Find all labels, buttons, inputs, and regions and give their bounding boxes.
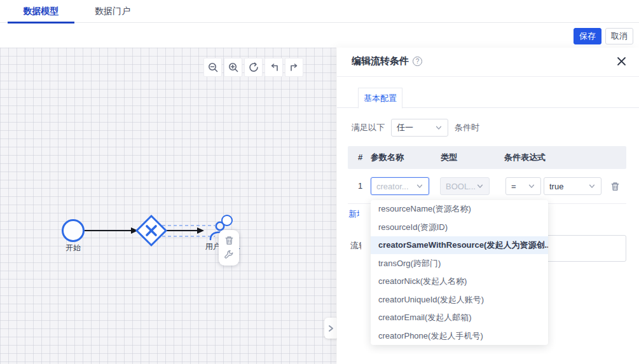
row-index: 1 (358, 169, 362, 203)
col-param-name: 参数名称 (371, 146, 404, 169)
dropdown-option[interactable]: creatorNick(发起人名称) (371, 273, 548, 290)
zoom-in-button[interactable] (224, 58, 242, 77)
undo-button[interactable] (265, 58, 283, 77)
chevron-down-icon (528, 182, 535, 190)
delete-condition-button[interactable] (610, 181, 621, 194)
chevron-down-icon (588, 182, 596, 190)
col-type: 类型 (441, 146, 457, 169)
reset-icon (248, 62, 259, 73)
chevron-down-icon (416, 182, 423, 190)
zoom-out-icon (207, 62, 219, 73)
flow-condition-label-text: 流转条件 (350, 240, 361, 252)
tab-data-portal[interactable]: 数据门户 (84, 0, 141, 23)
condition-row: 1 creator... BOOL... = true (348, 169, 626, 203)
col-expression: 条件表达式 (504, 146, 546, 169)
delete-node-icon[interactable] (224, 235, 235, 246)
sequence-flow-1[interactable] (85, 227, 138, 234)
operator-value: = (511, 182, 516, 191)
dropdown-option-selected[interactable]: creatorSameWithResource(发起人为资源创... (371, 236, 548, 254)
trash-icon (610, 181, 621, 192)
dropdown-option[interactable]: creatorPhone(发起人手机号) (371, 327, 548, 345)
dropdown-option[interactable]: resourceName(资源名称) (371, 200, 548, 218)
dropdown-option[interactable]: creatorEmail(发起人邮箱) (371, 309, 548, 327)
top-tab-bar: 数据模型 数据门户 (0, 0, 639, 23)
col-index: # (358, 146, 362, 169)
value-value: true (549, 182, 563, 191)
start-event-label: 开始 (59, 243, 87, 253)
connectors-layer (0, 48, 336, 364)
chevron-right-icon (327, 325, 334, 332)
redo-icon (289, 62, 300, 73)
param-options-dropdown: resourceName(资源名称) resourceId(资源ID) crea… (371, 200, 548, 345)
param-type-select[interactable]: BOOL... (440, 177, 490, 195)
zoom-in-icon (228, 62, 239, 73)
operator-select[interactable]: = (505, 177, 541, 195)
canvas-toolbar (203, 58, 303, 77)
param-type-value: BOOL... (446, 182, 476, 191)
save-button[interactable]: 保存 (574, 28, 601, 44)
add-condition-link[interactable]: 新增条件 (348, 208, 359, 220)
close-panel-button[interactable] (617, 57, 626, 69)
close-icon (617, 57, 626, 66)
zoom-out-button[interactable] (203, 58, 222, 77)
start-event-node[interactable] (62, 219, 85, 242)
chevron-down-icon (476, 182, 484, 190)
reset-view-button[interactable] (244, 58, 263, 77)
panel-tab-bar: 基本配置 (337, 88, 639, 108)
param-name-placeholder: creator... (376, 182, 409, 191)
chevron-down-icon (435, 124, 443, 131)
param-name-select[interactable]: creator... (371, 177, 429, 195)
tab-basic-config[interactable]: 基本配置 (358, 88, 402, 109)
condition-prefix-label: 满足以下 (352, 122, 385, 133)
condition-sentence: 满足以下 任一 条件时 (352, 119, 479, 137)
panel-header-divider (337, 76, 639, 77)
panel-title: 编辑流转条件 ? (352, 55, 422, 67)
condition-table-header: # 参数名称 类型 条件表达式 (348, 146, 626, 169)
tab-data-model[interactable]: 数据模型 (8, 0, 74, 23)
match-mode-value: 任一 (397, 122, 413, 133)
cancel-button[interactable]: 取消 (605, 28, 633, 44)
settings-wrench-icon[interactable] (224, 250, 234, 260)
dropdown-option[interactable]: transOrg(跨部门) (371, 255, 548, 273)
dropdown-option[interactable]: resourceId(资源ID) (371, 219, 548, 236)
flow-condition-label: 流转条件 (350, 240, 361, 252)
help-icon[interactable]: ? (413, 57, 422, 66)
node-context-menu (219, 230, 239, 266)
add-condition-text: 新增条件 (348, 208, 359, 220)
redo-button[interactable] (285, 58, 303, 77)
value-select[interactable]: true (544, 177, 601, 195)
panel-title-text: 编辑流转条件 (352, 55, 409, 67)
edit-condition-panel: 编辑流转条件 ? 基本配置 满足以下 任一 条件时 # 参数名称 类型 条件表达… (337, 48, 639, 364)
condition-suffix-label: 条件时 (455, 122, 479, 133)
exclusive-gateway-node[interactable] (134, 213, 169, 248)
boundary-event-node[interactable] (221, 215, 233, 226)
dropdown-option[interactable]: creatorUniqueId(发起人账号) (371, 291, 548, 309)
match-mode-select[interactable]: 任一 (391, 119, 448, 137)
undo-icon (268, 62, 280, 73)
action-bar: 保存 取消 (574, 28, 633, 44)
flow-canvas[interactable]: 开始 用户任务1 (0, 48, 336, 364)
